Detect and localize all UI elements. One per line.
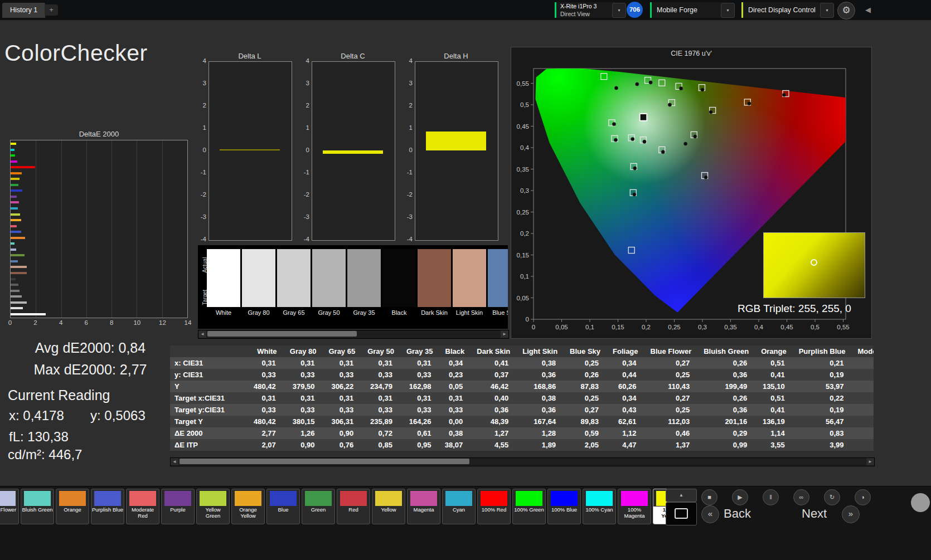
avg-de2000: Avg dE2000: 0,84 (7, 340, 174, 356)
next-button[interactable]: Next (802, 507, 827, 521)
table-cell: 234,79 (361, 381, 400, 392)
table-cell: 0,38 (516, 357, 564, 369)
reading-x: x: 0,4178 (9, 408, 64, 423)
patch-button[interactable]: Bluish Green (21, 489, 54, 524)
swatch-column: Gray 65 (277, 249, 311, 319)
panel-handle[interactable] (911, 493, 930, 512)
scroll-left-icon[interactable]: ◄ (198, 330, 206, 338)
delta-y-tick: -2 (400, 191, 413, 198)
patch-swatch (235, 491, 261, 506)
delta-y-tick: -4 (194, 236, 206, 242)
add-tab-button[interactable]: + (45, 4, 58, 16)
page-title: ColorChecker (4, 40, 148, 66)
row-label: Target y:CIE31 (170, 404, 250, 416)
patch-button[interactable]: 100% Red (477, 489, 511, 524)
patch-button[interactable]: 100% Cyan (583, 489, 616, 524)
patch-button[interactable]: 100% Magenta (618, 489, 651, 524)
display-dropdown-icon[interactable]: ▾ (820, 3, 834, 18)
delta-y-tick: 2 (400, 102, 413, 109)
deltae-bar (11, 196, 17, 198)
deltae-bar (11, 160, 17, 163)
svg-text:0,05: 0,05 (517, 295, 529, 301)
table-column-header: Light Skin (516, 345, 564, 357)
scroll-right-icon[interactable]: ► (501, 330, 508, 338)
patch-button[interactable]: Yellow (372, 489, 405, 524)
patch-button[interactable]: Purple (161, 489, 195, 524)
patch-button[interactable]: Cyan (442, 489, 476, 524)
cie-measured-dot (633, 167, 637, 170)
deltae-x-tick: 6 (85, 319, 88, 326)
patch-button[interactable]: Orange (56, 489, 89, 524)
patch-preview-inset (763, 232, 865, 298)
patch-button[interactable]: Magenta (407, 489, 440, 524)
pause-icon[interactable]: ‖ (763, 489, 779, 505)
patch-button[interactable]: Blue (266, 489, 300, 524)
swatch-strip-scrollbar[interactable]: ◄ ► (198, 330, 509, 339)
infinity-loop-icon[interactable]: ∞ (793, 489, 809, 505)
deltae-x-tick: 8 (110, 319, 113, 326)
patch-button[interactable]: 100% Green (512, 489, 546, 524)
back-chevrons-icon[interactable]: « (701, 505, 719, 523)
delta-y-tick: -1 (400, 169, 413, 176)
cie-measured-dot (614, 138, 617, 142)
scrollbar-thumb[interactable] (207, 331, 357, 337)
next-chevrons-icon[interactable]: » (842, 505, 860, 523)
patch-button[interactable]: Yellow Green (196, 489, 230, 524)
table-cell: 0,25 (644, 369, 698, 381)
patch-button[interactable]: 100% Blue (547, 489, 581, 524)
table-cell: 0,31 (284, 357, 323, 369)
workflow-selector[interactable]: Mobile Forge (650, 2, 724, 18)
delta-y-tick: 3 (297, 80, 309, 86)
tab-history-1[interactable]: History 1 (2, 3, 45, 18)
patch-count-badge[interactable]: 706 (627, 2, 643, 18)
table-cell: 135,10 (755, 381, 793, 392)
table-cell: 48,39 (471, 416, 516, 427)
patch-button[interactable]: Orange Yellow (231, 489, 265, 524)
pattern-window-button[interactable] (666, 502, 697, 525)
scroll-left-icon[interactable]: ◄ (171, 458, 178, 465)
repeat-icon[interactable]: ↻ (824, 489, 840, 505)
patch-button[interactable]: Purplish Blue (91, 489, 124, 524)
table-scrollbar[interactable]: ◄ ► (170, 457, 875, 466)
results-table: WhiteGray 80Gray 65Gray 50Gray 35BlackDa… (170, 345, 874, 457)
patch-button[interactable]: Green (302, 489, 335, 524)
patch-label: 100% Green (513, 507, 545, 513)
scrollbar-thumb[interactable] (180, 459, 469, 464)
table-cell: 0,41 (755, 369, 793, 381)
deltae-bar (11, 260, 18, 262)
patch-button[interactable]: Moderate Red (126, 489, 159, 524)
table-cell: 0,34 (607, 392, 644, 404)
play-icon[interactable]: ▶ (732, 489, 748, 505)
stop-icon[interactable]: ■ (701, 489, 717, 505)
table-cell: 1,37 (644, 439, 698, 451)
delta-bar (323, 150, 383, 154)
back-button[interactable]: Back (724, 507, 751, 521)
meter-selector[interactable]: X-Rite i1Pro 3 Direct View (555, 2, 614, 18)
workflow-dropdown-icon[interactable]: ▾ (721, 3, 735, 18)
meter-dropdown-icon[interactable]: ▾ (612, 3, 626, 18)
swatch-target (453, 278, 486, 307)
table-cell: 0,31 (851, 404, 874, 416)
table-cell: 0,38 (439, 427, 471, 439)
deltae-bar (11, 207, 18, 210)
scroll-right-icon[interactable]: ► (866, 458, 874, 465)
display-control-selector[interactable]: Direct Display Control (741, 2, 823, 18)
contrast-icon[interactable]: ◑ (855, 489, 871, 505)
patch-button[interactable]: Red (337, 489, 370, 524)
gear-icon[interactable]: ⚙ (837, 2, 855, 20)
deltae-x-tick: 0 (8, 319, 12, 326)
patch-button[interactable]: Blue Flower (0, 489, 19, 524)
table-cell: 0,83 (793, 427, 852, 439)
swatch-column: Light Skin (453, 249, 486, 319)
svg-text:0,1: 0,1 (520, 273, 529, 280)
table-cell: 0,33 (284, 404, 323, 416)
table-row: ΔE 20002,771,260,900,720,610,381,271,280… (170, 427, 874, 439)
patch-swatch (94, 491, 121, 506)
chevron-up-icon[interactable]: ▲ (666, 489, 697, 502)
table-cell: 0,33 (361, 369, 400, 381)
table-cell: 0,31 (250, 357, 284, 369)
table-cell: 2,07 (250, 439, 284, 451)
table-cell: 0,38 (516, 392, 564, 404)
patch-swatch (129, 491, 156, 506)
collapse-panel-icon[interactable]: ◀ (865, 6, 871, 14)
